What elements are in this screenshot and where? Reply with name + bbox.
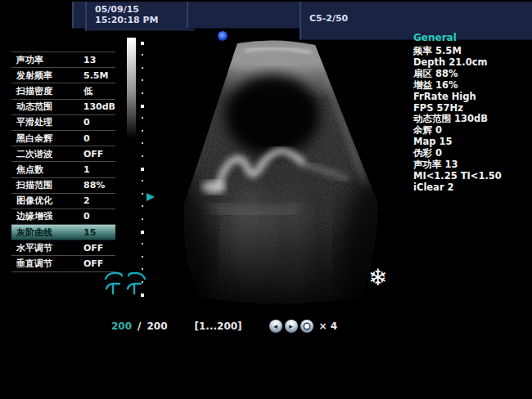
topbar-edge-box xyxy=(72,2,85,29)
depth-tick xyxy=(141,168,144,171)
play-forward-icon: ► xyxy=(288,323,295,330)
tgc-curve-icon xyxy=(103,268,147,296)
sidebar-param-row[interactable]: 扫描范围88% xyxy=(11,178,115,194)
param-value: 0 xyxy=(83,117,90,128)
sidebar-param-row[interactable]: 垂直调节OFF xyxy=(11,256,115,271)
info-line: 动态范围 130dB xyxy=(413,114,528,125)
frame-range: [1...200] xyxy=(195,321,242,332)
param-label: 黑白余辉 xyxy=(11,132,83,145)
sidebar-param-row[interactable]: 边缘增强0 xyxy=(11,209,115,225)
depth-tick xyxy=(141,105,144,108)
freeze-indicator-icon: ❄ xyxy=(368,266,387,290)
param-value: 88% xyxy=(83,180,105,191)
param-value: 2 xyxy=(83,195,90,206)
depth-ruler xyxy=(141,42,146,300)
sidebar-param-row[interactable]: 焦点数1 xyxy=(11,162,115,177)
sidebar-param-row[interactable]: 动态范围130dB xyxy=(11,100,115,115)
param-label: 二次谐波 xyxy=(11,148,83,160)
param-label: 焦点数 xyxy=(11,164,83,176)
param-value: OFF xyxy=(83,258,103,269)
param-label: 动态范围 xyxy=(11,101,83,113)
current-frame: 200 xyxy=(111,321,132,332)
depth-tick xyxy=(142,243,143,244)
frame-separator: / xyxy=(138,321,141,332)
sidebar-param-row[interactable]: 图像优化2 xyxy=(11,194,115,209)
info-line: FPS 57Hz xyxy=(413,103,528,114)
stop-button[interactable] xyxy=(300,320,313,333)
cine-playback-bar: 200 / 200 [1...200] ◄ ► × 4 xyxy=(111,319,337,334)
info-line: Depth 21.0cm xyxy=(413,57,528,69)
info-line: MI<1.25 TI<1.50 xyxy=(413,171,528,182)
image-info-panel: General 频率 5.5M Depth 21.0cm 扇区 88% 增益 1… xyxy=(413,32,528,194)
param-value: 5.5M xyxy=(83,70,108,81)
sidebar-param-row[interactable]: 扫描密度低 xyxy=(11,83,115,99)
depth-tick xyxy=(142,155,143,157)
depth-tick xyxy=(142,193,143,195)
param-value: 130dB xyxy=(83,101,115,112)
datetime-box: 05/09/15 15:20:18 PM xyxy=(85,2,195,31)
parameter-sidebar: 声功率13发射频率5.5M扫描密度低动态范围130dB平滑处理0黑白余辉0二次谐… xyxy=(11,52,115,272)
time-text: 15:20:18 PM xyxy=(95,15,195,25)
param-value: OFF xyxy=(83,149,103,159)
depth-tick xyxy=(142,79,143,81)
step-back-button[interactable]: ◄ xyxy=(269,320,282,333)
param-value: 15 xyxy=(83,227,96,238)
sidebar-param-row[interactable]: 水平调节OFF xyxy=(11,240,115,256)
param-label: 灰阶曲线 xyxy=(11,226,83,239)
param-value: 0 xyxy=(83,211,90,222)
ultrasound-sector-image xyxy=(151,31,397,309)
info-line: 频率 5.5M xyxy=(413,46,528,57)
patient-info-box xyxy=(187,2,300,29)
playback-buttons: ◄ ► xyxy=(269,320,313,333)
info-line: iClear 2 xyxy=(413,182,528,194)
param-value: 0 xyxy=(83,133,90,144)
depth-tick xyxy=(141,42,144,45)
param-label: 发射频率 xyxy=(11,69,83,82)
info-line: FrRate High xyxy=(413,92,528,103)
param-label: 水平调节 xyxy=(11,242,83,254)
play-forward-button[interactable]: ► xyxy=(285,320,298,333)
sidebar-param-row[interactable]: 声功率13 xyxy=(11,52,115,68)
param-value: 13 xyxy=(83,55,96,65)
depth-tick xyxy=(142,142,143,144)
param-label: 平滑处理 xyxy=(11,116,83,128)
sidebar-param-row[interactable]: 发射频率5.5M xyxy=(11,68,115,83)
info-line: Map 15 xyxy=(413,137,528,148)
depth-tick xyxy=(142,218,143,220)
info-line: 扇区 88% xyxy=(413,69,528,80)
info-line: 增益 16% xyxy=(413,80,528,92)
param-value: 低 xyxy=(83,85,92,97)
date-text: 05/09/15 xyxy=(95,4,195,15)
ultrasound-screen: { "colors": { "accent_teal": "#2bb3a8", … xyxy=(0,0,532,399)
total-frames: 200 xyxy=(147,321,167,332)
step-back-icon: ◄ xyxy=(273,323,279,330)
param-value: OFF xyxy=(83,243,103,253)
probe-label: C5-2/50 xyxy=(309,13,348,24)
param-label: 图像优化 xyxy=(11,195,83,207)
depth-tick xyxy=(142,180,143,182)
orientation-marker-icon xyxy=(218,31,228,41)
info-line: 声功率 13 xyxy=(413,159,528,171)
sidebar-param-row[interactable]: 二次谐波OFF xyxy=(11,146,115,162)
sidebar-param-row[interactable]: 平滑处理0 xyxy=(11,115,115,131)
depth-tick xyxy=(142,256,143,258)
info-line: 伪彩 0 xyxy=(413,148,528,159)
depth-tick xyxy=(141,231,144,234)
param-label: 垂直调节 xyxy=(11,258,83,270)
param-label: 扫描密度 xyxy=(11,85,83,97)
grayscale-map-bar xyxy=(127,38,136,139)
info-panel-title: General xyxy=(413,32,528,43)
param-label: 扫描范围 xyxy=(11,179,83,191)
param-label: 边缘增强 xyxy=(11,210,83,222)
depth-tick xyxy=(142,130,143,132)
depth-tick xyxy=(142,205,143,207)
sidebar-param-row[interactable]: 灰阶曲线15 xyxy=(11,225,115,240)
playback-speed: × 4 xyxy=(319,321,338,332)
param-value: 1 xyxy=(83,164,90,175)
depth-tick xyxy=(142,117,143,119)
param-label: 声功率 xyxy=(11,54,83,66)
info-line: 余辉 0 xyxy=(413,125,528,137)
stop-icon xyxy=(304,324,309,329)
sidebar-param-row[interactable]: 黑白余辉0 xyxy=(11,131,115,146)
info-panel-lines: 频率 5.5M Depth 21.0cm 扇区 88% 增益 16% FrRat… xyxy=(413,46,528,194)
